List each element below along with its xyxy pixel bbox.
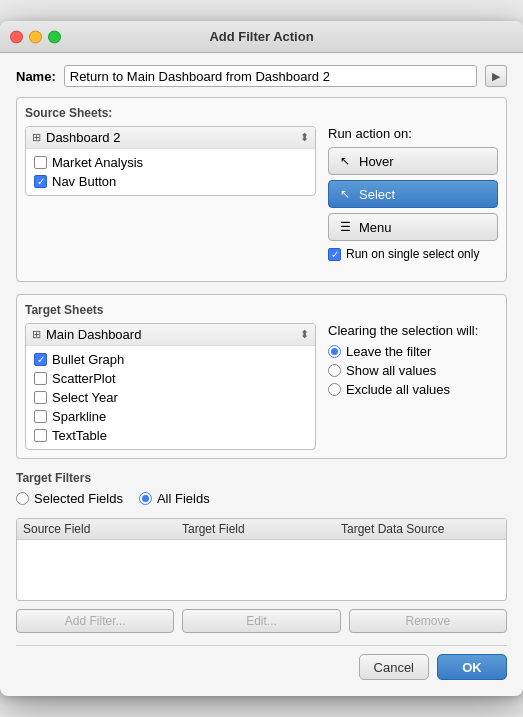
target-sheets-left: ⊞ Main Dashboard ⬍ ✓ Bullet Graph Sc xyxy=(25,323,316,450)
bullet-graph-label: Bullet Graph xyxy=(52,352,124,367)
add-filter-button[interactable]: Add Filter... xyxy=(16,609,174,633)
source-field-header: Source Field xyxy=(23,522,182,536)
title-bar: Add Filter Action xyxy=(0,21,523,53)
list-item: ✓ Nav Button xyxy=(30,172,311,191)
close-button[interactable] xyxy=(10,30,23,43)
target-field-header: Target Field xyxy=(182,522,341,536)
name-row: Name: ▶ xyxy=(16,65,507,87)
single-select-label: Run on single select only xyxy=(346,247,479,261)
filter-table-header: Source Field Target Field Target Data So… xyxy=(17,519,506,540)
nav-button-label: Nav Button xyxy=(52,174,116,189)
select-button[interactable]: ↖ Select xyxy=(328,180,498,208)
source-sheets-content: ⊞ Dashboard 2 ⬍ Market Analysis ✓ Na xyxy=(25,126,498,261)
list-item: Select Year xyxy=(30,388,311,407)
sparkline-checkbox[interactable] xyxy=(34,410,47,423)
select-label: Select xyxy=(359,187,395,202)
dialog: Add Filter Action Name: ▶ Source Sheets:… xyxy=(0,21,523,696)
filter-table-body xyxy=(17,540,506,600)
ok-button[interactable]: OK xyxy=(437,654,507,680)
title-bar-buttons xyxy=(10,30,61,43)
exclude-all-label: Exclude all values xyxy=(346,382,450,397)
texttable-checkbox[interactable] xyxy=(34,429,47,442)
menu-label: Menu xyxy=(359,220,392,235)
clearing-label: Clearing the selection will: xyxy=(328,323,498,338)
list-item: TextTable xyxy=(30,426,311,445)
list-item: ✓ Bullet Graph xyxy=(30,350,311,369)
market-analysis-checkbox[interactable] xyxy=(34,156,47,169)
scatterplot-label: ScatterPlot xyxy=(52,371,116,386)
filter-table: Source Field Target Field Target Data So… xyxy=(16,518,507,601)
target-dropdown-label: Main Dashboard xyxy=(46,327,300,342)
source-dropdown-arrow[interactable]: ⬍ xyxy=(300,131,309,144)
exclude-all-option: Exclude all values xyxy=(328,382,498,397)
target-sheets-label: Target Sheets xyxy=(25,303,498,317)
filter-actions: Add Filter... Edit... Remove xyxy=(16,609,507,633)
footer: Cancel OK xyxy=(16,645,507,680)
target-sheets-panel: ⊞ Main Dashboard ⬍ ✓ Bullet Graph Sc xyxy=(25,323,316,450)
texttable-label: TextTable xyxy=(52,428,107,443)
menu-icon: ☰ xyxy=(337,219,353,235)
leave-filter-label: Leave the filter xyxy=(346,344,431,359)
list-item: ScatterPlot xyxy=(30,369,311,388)
target-sheets-inner: ⊞ Main Dashboard ⬍ ✓ Bullet Graph Sc xyxy=(25,323,498,450)
minimize-button[interactable] xyxy=(29,30,42,43)
selected-fields-radio[interactable] xyxy=(16,492,29,505)
nav-button-checkbox[interactable]: ✓ xyxy=(34,175,47,188)
target-filters-section: Target Filters Selected Fields All Field… xyxy=(16,471,507,633)
select-year-checkbox[interactable] xyxy=(34,391,47,404)
target-sheets-dropdown[interactable]: ⊞ Main Dashboard ⬍ xyxy=(26,324,315,346)
target-dropdown-arrow[interactable]: ⬍ xyxy=(300,328,309,341)
selected-fields-option: Selected Fields xyxy=(16,491,123,506)
clearing-col: Clearing the selection will: Leave the f… xyxy=(328,323,498,450)
select-icon: ↖ xyxy=(337,186,353,202)
list-item: Sparkline xyxy=(30,407,311,426)
market-analysis-label: Market Analysis xyxy=(52,155,143,170)
target-grid-icon: ⊞ xyxy=(32,328,41,341)
hover-button[interactable]: ↖ Hover xyxy=(328,147,498,175)
show-all-option: Show all values xyxy=(328,363,498,378)
dialog-body: Name: ▶ Source Sheets: ⊞ Dashboard 2 ⬍ xyxy=(0,53,523,696)
leave-filter-option: Leave the filter xyxy=(328,344,498,359)
list-item: Market Analysis xyxy=(30,153,311,172)
remove-button[interactable]: Remove xyxy=(349,609,507,633)
all-fields-radio[interactable] xyxy=(139,492,152,505)
source-sheets-label: Source Sheets: xyxy=(25,106,498,120)
scatterplot-checkbox[interactable] xyxy=(34,372,47,385)
show-all-radio[interactable] xyxy=(328,364,341,377)
all-fields-label: All Fields xyxy=(157,491,210,506)
target-filters-label: Target Filters xyxy=(16,471,507,485)
show-all-label: Show all values xyxy=(346,363,436,378)
run-single-row: ✓ Run on single select only xyxy=(328,247,498,261)
run-action-col: Run action on: ↖ Hover ↖ Select ☰ Menu xyxy=(328,126,498,261)
selected-fields-label: Selected Fields xyxy=(34,491,123,506)
exclude-all-radio[interactable] xyxy=(328,383,341,396)
edit-button[interactable]: Edit... xyxy=(182,609,340,633)
source-sheets-section: Source Sheets: ⊞ Dashboard 2 ⬍ Market An… xyxy=(16,97,507,282)
menu-button[interactable]: ☰ Menu xyxy=(328,213,498,241)
target-sheet-list: ✓ Bullet Graph ScatterPlot Select Year xyxy=(26,346,315,449)
single-select-checkbox[interactable]: ✓ xyxy=(328,248,341,261)
source-sheet-list: Market Analysis ✓ Nav Button xyxy=(26,149,315,195)
leave-filter-radio[interactable] xyxy=(328,345,341,358)
grid-icon: ⊞ xyxy=(32,131,41,144)
hover-icon: ↖ xyxy=(337,153,353,169)
name-input[interactable] xyxy=(64,65,477,87)
cancel-button[interactable]: Cancel xyxy=(359,654,429,680)
name-arrow-button[interactable]: ▶ xyxy=(485,65,507,87)
source-sheets-dropdown[interactable]: ⊞ Dashboard 2 ⬍ xyxy=(26,127,315,149)
target-sheets-section: Target Sheets ⊞ Main Dashboard ⬍ ✓ Bulle… xyxy=(16,294,507,459)
run-action-label: Run action on: xyxy=(328,126,498,141)
source-sheets-left: ⊞ Dashboard 2 ⬍ Market Analysis ✓ Na xyxy=(25,126,316,261)
all-fields-option: All Fields xyxy=(139,491,210,506)
select-year-label: Select Year xyxy=(52,390,118,405)
fields-radio-row: Selected Fields All Fields xyxy=(16,491,507,510)
source-dropdown-label: Dashboard 2 xyxy=(46,130,300,145)
dialog-title: Add Filter Action xyxy=(209,29,313,44)
bullet-graph-checkbox[interactable]: ✓ xyxy=(34,353,47,366)
source-sheets-panel: ⊞ Dashboard 2 ⬍ Market Analysis ✓ Na xyxy=(25,126,316,196)
maximize-button[interactable] xyxy=(48,30,61,43)
target-data-source-header: Target Data Source xyxy=(341,522,500,536)
hover-label: Hover xyxy=(359,154,394,169)
name-label: Name: xyxy=(16,69,56,84)
sparkline-label: Sparkline xyxy=(52,409,106,424)
